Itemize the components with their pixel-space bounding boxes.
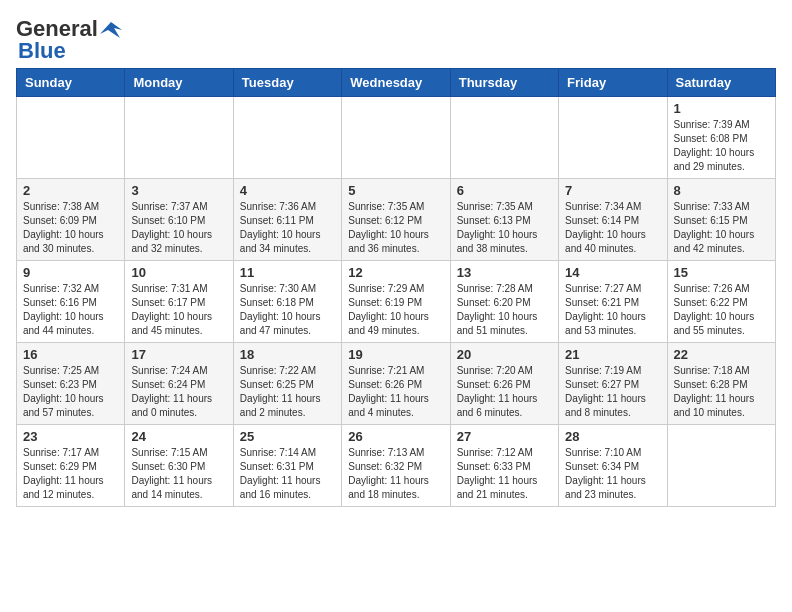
calendar-cell xyxy=(559,96,667,178)
weekday-header-wednesday: Wednesday xyxy=(342,68,450,96)
calendar-cell: 17Sunrise: 7:24 AM Sunset: 6:24 PM Dayli… xyxy=(125,342,233,424)
day-number: 7 xyxy=(565,183,660,198)
day-info: Sunrise: 7:28 AM Sunset: 6:20 PM Dayligh… xyxy=(457,282,552,338)
day-number: 10 xyxy=(131,265,226,280)
day-number: 3 xyxy=(131,183,226,198)
calendar-cell: 14Sunrise: 7:27 AM Sunset: 6:21 PM Dayli… xyxy=(559,260,667,342)
calendar-cell: 7Sunrise: 7:34 AM Sunset: 6:14 PM Daylig… xyxy=(559,178,667,260)
weekday-header-monday: Monday xyxy=(125,68,233,96)
day-info: Sunrise: 7:35 AM Sunset: 6:13 PM Dayligh… xyxy=(457,200,552,256)
day-info: Sunrise: 7:17 AM Sunset: 6:29 PM Dayligh… xyxy=(23,446,118,502)
calendar-cell xyxy=(125,96,233,178)
day-number: 21 xyxy=(565,347,660,362)
calendar-week-row: 1Sunrise: 7:39 AM Sunset: 6:08 PM Daylig… xyxy=(17,96,776,178)
weekday-header-tuesday: Tuesday xyxy=(233,68,341,96)
day-info: Sunrise: 7:13 AM Sunset: 6:32 PM Dayligh… xyxy=(348,446,443,502)
calendar-cell: 26Sunrise: 7:13 AM Sunset: 6:32 PM Dayli… xyxy=(342,424,450,506)
day-number: 25 xyxy=(240,429,335,444)
calendar-cell: 25Sunrise: 7:14 AM Sunset: 6:31 PM Dayli… xyxy=(233,424,341,506)
day-number: 20 xyxy=(457,347,552,362)
calendar-cell: 4Sunrise: 7:36 AM Sunset: 6:11 PM Daylig… xyxy=(233,178,341,260)
day-number: 8 xyxy=(674,183,769,198)
calendar-cell: 3Sunrise: 7:37 AM Sunset: 6:10 PM Daylig… xyxy=(125,178,233,260)
day-info: Sunrise: 7:38 AM Sunset: 6:09 PM Dayligh… xyxy=(23,200,118,256)
weekday-header-row: SundayMondayTuesdayWednesdayThursdayFrid… xyxy=(17,68,776,96)
calendar-cell: 12Sunrise: 7:29 AM Sunset: 6:19 PM Dayli… xyxy=(342,260,450,342)
calendar-week-row: 9Sunrise: 7:32 AM Sunset: 6:16 PM Daylig… xyxy=(17,260,776,342)
day-number: 15 xyxy=(674,265,769,280)
day-number: 6 xyxy=(457,183,552,198)
day-number: 23 xyxy=(23,429,118,444)
calendar-cell: 6Sunrise: 7:35 AM Sunset: 6:13 PM Daylig… xyxy=(450,178,558,260)
calendar-cell xyxy=(233,96,341,178)
calendar-cell: 13Sunrise: 7:28 AM Sunset: 6:20 PM Dayli… xyxy=(450,260,558,342)
day-info: Sunrise: 7:22 AM Sunset: 6:25 PM Dayligh… xyxy=(240,364,335,420)
calendar-cell: 11Sunrise: 7:30 AM Sunset: 6:18 PM Dayli… xyxy=(233,260,341,342)
calendar-cell: 8Sunrise: 7:33 AM Sunset: 6:15 PM Daylig… xyxy=(667,178,775,260)
day-number: 24 xyxy=(131,429,226,444)
calendar-week-row: 16Sunrise: 7:25 AM Sunset: 6:23 PM Dayli… xyxy=(17,342,776,424)
calendar-cell: 2Sunrise: 7:38 AM Sunset: 6:09 PM Daylig… xyxy=(17,178,125,260)
day-info: Sunrise: 7:19 AM Sunset: 6:27 PM Dayligh… xyxy=(565,364,660,420)
day-info: Sunrise: 7:35 AM Sunset: 6:12 PM Dayligh… xyxy=(348,200,443,256)
logo-blue-text: Blue xyxy=(18,42,66,60)
calendar-cell: 23Sunrise: 7:17 AM Sunset: 6:29 PM Dayli… xyxy=(17,424,125,506)
day-info: Sunrise: 7:21 AM Sunset: 6:26 PM Dayligh… xyxy=(348,364,443,420)
calendar: SundayMondayTuesdayWednesdayThursdayFrid… xyxy=(16,68,776,507)
day-info: Sunrise: 7:34 AM Sunset: 6:14 PM Dayligh… xyxy=(565,200,660,256)
calendar-cell: 18Sunrise: 7:22 AM Sunset: 6:25 PM Dayli… xyxy=(233,342,341,424)
day-info: Sunrise: 7:30 AM Sunset: 6:18 PM Dayligh… xyxy=(240,282,335,338)
day-number: 14 xyxy=(565,265,660,280)
day-info: Sunrise: 7:27 AM Sunset: 6:21 PM Dayligh… xyxy=(565,282,660,338)
day-info: Sunrise: 7:14 AM Sunset: 6:31 PM Dayligh… xyxy=(240,446,335,502)
calendar-cell: 22Sunrise: 7:18 AM Sunset: 6:28 PM Dayli… xyxy=(667,342,775,424)
calendar-cell: 10Sunrise: 7:31 AM Sunset: 6:17 PM Dayli… xyxy=(125,260,233,342)
day-number: 4 xyxy=(240,183,335,198)
calendar-cell: 9Sunrise: 7:32 AM Sunset: 6:16 PM Daylig… xyxy=(17,260,125,342)
calendar-cell: 16Sunrise: 7:25 AM Sunset: 6:23 PM Dayli… xyxy=(17,342,125,424)
svg-marker-0 xyxy=(100,22,122,38)
calendar-cell xyxy=(342,96,450,178)
day-number: 12 xyxy=(348,265,443,280)
day-info: Sunrise: 7:31 AM Sunset: 6:17 PM Dayligh… xyxy=(131,282,226,338)
day-number: 5 xyxy=(348,183,443,198)
logo: General Blue xyxy=(16,16,122,60)
calendar-cell: 28Sunrise: 7:10 AM Sunset: 6:34 PM Dayli… xyxy=(559,424,667,506)
day-info: Sunrise: 7:20 AM Sunset: 6:26 PM Dayligh… xyxy=(457,364,552,420)
calendar-week-row: 23Sunrise: 7:17 AM Sunset: 6:29 PM Dayli… xyxy=(17,424,776,506)
weekday-header-thursday: Thursday xyxy=(450,68,558,96)
header: General Blue xyxy=(16,16,776,60)
day-info: Sunrise: 7:10 AM Sunset: 6:34 PM Dayligh… xyxy=(565,446,660,502)
day-info: Sunrise: 7:37 AM Sunset: 6:10 PM Dayligh… xyxy=(131,200,226,256)
weekday-header-sunday: Sunday xyxy=(17,68,125,96)
day-number: 1 xyxy=(674,101,769,116)
calendar-cell: 19Sunrise: 7:21 AM Sunset: 6:26 PM Dayli… xyxy=(342,342,450,424)
day-info: Sunrise: 7:24 AM Sunset: 6:24 PM Dayligh… xyxy=(131,364,226,420)
day-number: 16 xyxy=(23,347,118,362)
day-info: Sunrise: 7:25 AM Sunset: 6:23 PM Dayligh… xyxy=(23,364,118,420)
day-number: 9 xyxy=(23,265,118,280)
day-info: Sunrise: 7:29 AM Sunset: 6:19 PM Dayligh… xyxy=(348,282,443,338)
logo-bird-icon xyxy=(100,20,122,38)
weekday-header-friday: Friday xyxy=(559,68,667,96)
day-number: 27 xyxy=(457,429,552,444)
day-info: Sunrise: 7:26 AM Sunset: 6:22 PM Dayligh… xyxy=(674,282,769,338)
day-info: Sunrise: 7:39 AM Sunset: 6:08 PM Dayligh… xyxy=(674,118,769,174)
day-info: Sunrise: 7:33 AM Sunset: 6:15 PM Dayligh… xyxy=(674,200,769,256)
day-number: 2 xyxy=(23,183,118,198)
calendar-cell: 20Sunrise: 7:20 AM Sunset: 6:26 PM Dayli… xyxy=(450,342,558,424)
calendar-cell: 21Sunrise: 7:19 AM Sunset: 6:27 PM Dayli… xyxy=(559,342,667,424)
day-info: Sunrise: 7:36 AM Sunset: 6:11 PM Dayligh… xyxy=(240,200,335,256)
calendar-week-row: 2Sunrise: 7:38 AM Sunset: 6:09 PM Daylig… xyxy=(17,178,776,260)
calendar-cell: 27Sunrise: 7:12 AM Sunset: 6:33 PM Dayli… xyxy=(450,424,558,506)
day-number: 18 xyxy=(240,347,335,362)
day-info: Sunrise: 7:12 AM Sunset: 6:33 PM Dayligh… xyxy=(457,446,552,502)
day-info: Sunrise: 7:15 AM Sunset: 6:30 PM Dayligh… xyxy=(131,446,226,502)
weekday-header-saturday: Saturday xyxy=(667,68,775,96)
day-number: 19 xyxy=(348,347,443,362)
calendar-cell xyxy=(450,96,558,178)
day-number: 17 xyxy=(131,347,226,362)
calendar-cell: 5Sunrise: 7:35 AM Sunset: 6:12 PM Daylig… xyxy=(342,178,450,260)
day-info: Sunrise: 7:18 AM Sunset: 6:28 PM Dayligh… xyxy=(674,364,769,420)
day-number: 11 xyxy=(240,265,335,280)
